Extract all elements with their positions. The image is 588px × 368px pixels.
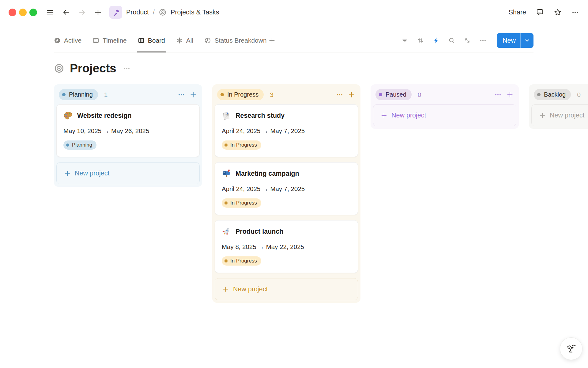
add-view-icon[interactable] <box>269 37 275 44</box>
column-name: Paused <box>386 91 406 98</box>
card-title: Marketing campaign <box>236 170 299 178</box>
card-status-pill: In Progress <box>222 140 261 150</box>
timeline-icon <box>92 37 99 44</box>
status-dot-icon <box>537 93 541 96</box>
favorite-star-icon[interactable] <box>554 8 562 16</box>
column-count: 3 <box>270 91 273 98</box>
new-project-label: New project <box>550 112 585 119</box>
forward-icon[interactable] <box>78 8 86 16</box>
hammer-icon <box>112 8 120 16</box>
breadcrumb-workspace[interactable]: Product <box>126 9 149 16</box>
view-tab-board[interactable]: Board <box>138 29 165 52</box>
board-column-in-progress: In Progress 3 Research study April 24, 2… <box>212 84 360 303</box>
project-card[interactable]: Marketing campaign April 24, 2025 → May … <box>215 162 358 215</box>
comments-icon[interactable] <box>536 8 544 16</box>
palette-emoji <box>63 111 73 120</box>
column-name: In Progress <box>227 91 258 98</box>
notion-face-icon <box>565 343 577 355</box>
pie-clock-icon <box>204 37 211 44</box>
column-controls <box>494 91 513 98</box>
column-options-icon[interactable] <box>178 91 185 98</box>
project-card[interactable]: Website redesign May 10, 2025 → May 26, … <box>56 104 200 157</box>
view-more-icon[interactable] <box>479 37 487 44</box>
new-button[interactable]: New <box>497 33 520 48</box>
share-button[interactable]: Share <box>509 9 526 16</box>
zoom-window-button[interactable] <box>29 9 37 16</box>
column-options-icon[interactable] <box>494 91 502 98</box>
expand-icon[interactable] <box>464 37 471 44</box>
view-tab-status-breakdown[interactable]: Status Breakdown <box>204 29 266 52</box>
column-name: Backlog <box>544 91 566 98</box>
board-column-planning: Planning 1 Website redesign May 10, 2025… <box>54 84 202 187</box>
new-project-button[interactable]: New project <box>531 104 588 126</box>
card-status-pill: In Progress <box>222 198 261 208</box>
card-dates: April 24, 2025 → May 7, 2025 <box>222 127 351 135</box>
star-badge-icon <box>54 37 61 44</box>
column-controls <box>336 91 355 98</box>
card-status-label: In Progress <box>230 200 257 206</box>
more-options-icon[interactable] <box>571 9 579 16</box>
back-icon[interactable] <box>62 8 70 16</box>
plus-icon <box>222 286 229 293</box>
column-status-pill: Planning <box>59 89 98 100</box>
column-count: 0 <box>577 91 581 98</box>
new-project-button[interactable]: New project <box>373 104 516 126</box>
board-icon <box>138 37 145 44</box>
view-tab-label: Status Breakdown <box>214 37 266 44</box>
search-icon[interactable] <box>448 37 455 44</box>
board-column-backlog: Backlog 0 New project <box>529 84 588 129</box>
new-button-group: New <box>497 33 533 48</box>
view-tab-active[interactable]: Active <box>54 29 81 52</box>
view-tab-label: All <box>186 37 193 44</box>
minimize-window-button[interactable] <box>19 9 27 16</box>
status-dot-icon <box>224 259 228 263</box>
plus-icon <box>381 112 387 119</box>
ai-assistant-button[interactable] <box>560 337 582 360</box>
view-tab-timeline[interactable]: Timeline <box>92 29 127 52</box>
column-add-icon[interactable] <box>348 91 355 98</box>
plus-icon <box>64 170 71 177</box>
board-column-paused: Paused 0 New project <box>371 84 519 129</box>
card-dates: May 10, 2025 → May 26, 2025 <box>63 127 193 135</box>
card-title: Website redesign <box>77 112 132 120</box>
column-status-pill: Paused <box>375 89 412 100</box>
column-header: Backlog 0 <box>531 87 588 104</box>
breadcrumb-separator: / <box>153 9 155 16</box>
bookmark-tabs-emoji <box>222 111 231 120</box>
traffic-lights <box>9 9 37 16</box>
title-options-icon[interactable] <box>123 65 130 72</box>
page-icon-target <box>54 63 64 74</box>
sidebar-toggle-icon[interactable] <box>46 8 54 16</box>
project-card[interactable]: Research study April 24, 2025 → May 7, 2… <box>215 104 358 157</box>
view-tab-bar: Active Timeline Board All Status Breakdo… <box>54 29 533 52</box>
new-project-button[interactable]: New project <box>215 278 358 300</box>
column-status-pill: Backlog <box>534 89 571 100</box>
column-add-icon[interactable] <box>507 91 513 98</box>
automation-bolt-icon[interactable] <box>432 37 440 44</box>
workspace-tile[interactable] <box>109 6 122 19</box>
status-dot-icon <box>224 144 228 147</box>
project-card[interactable]: Product launch May 8, 2025 → May 22, 202… <box>215 220 358 273</box>
view-tab-label: Board <box>148 37 165 44</box>
page-title: Projects <box>70 62 116 75</box>
new-project-label: New project <box>391 112 426 119</box>
card-status-label: Planning <box>72 142 92 148</box>
status-dot-icon <box>66 144 69 147</box>
status-dot-icon <box>62 93 66 96</box>
new-dropdown-button[interactable] <box>521 33 533 48</box>
filter-icon[interactable] <box>401 37 409 44</box>
new-project-label: New project <box>233 286 268 293</box>
column-count: 0 <box>418 91 421 98</box>
column-header: In Progress 3 <box>215 87 358 104</box>
sort-icon[interactable] <box>417 37 424 44</box>
new-tab-icon[interactable] <box>94 8 102 16</box>
rocket-emoji <box>222 227 231 236</box>
breadcrumb-page[interactable]: Projects & Tasks <box>171 9 219 16</box>
new-project-button[interactable]: New project <box>56 162 200 184</box>
view-tab-all[interactable]: All <box>176 29 193 52</box>
column-options-icon[interactable] <box>336 91 343 98</box>
column-header: Paused 0 <box>373 87 516 104</box>
column-status-pill: In Progress <box>217 89 264 100</box>
close-window-button[interactable] <box>9 9 16 16</box>
column-add-icon[interactable] <box>190 91 197 98</box>
